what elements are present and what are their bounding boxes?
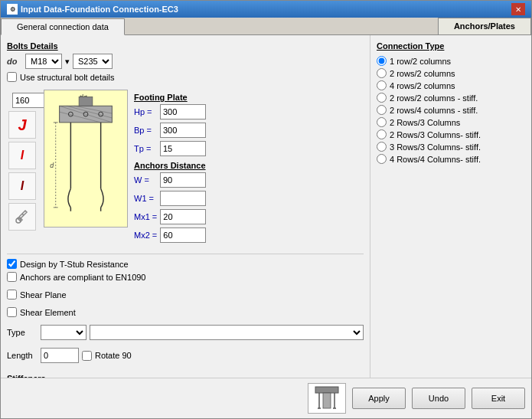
shear-element-checkbox[interactable] bbox=[7, 307, 17, 317]
tp-input[interactable] bbox=[160, 141, 206, 156]
mx2-label: Mx2 = bbox=[134, 231, 157, 240]
window-title: Input Data-Foundation Connection-EC3 bbox=[21, 5, 178, 14]
label-2rows-3col-stiff: 2 Rows/3 Columns- stiff. bbox=[390, 130, 481, 139]
mx2-input[interactable] bbox=[160, 228, 206, 243]
tab-anchors[interactable]: Anchors/Plates bbox=[438, 18, 531, 34]
bolts-title: Bolts Details bbox=[7, 41, 364, 51]
bp-input[interactable] bbox=[160, 123, 206, 138]
exit-button[interactable]: Exit bbox=[472, 388, 525, 409]
w1-input[interactable] bbox=[160, 191, 206, 206]
label-4row-2col: 4 rows/2 columns bbox=[390, 81, 455, 90]
hp-label: Hp = bbox=[134, 107, 157, 116]
length-input[interactable] bbox=[41, 348, 79, 363]
radio-2row-2col-stiff[interactable] bbox=[377, 93, 387, 103]
bp-label: Bp = bbox=[134, 126, 157, 135]
w1-label: W1 = bbox=[134, 194, 157, 203]
shear-plane-checkbox[interactable] bbox=[7, 290, 17, 300]
close-button[interactable]: ✕ bbox=[511, 3, 525, 15]
radio-4rows-4col-stiff[interactable] bbox=[377, 154, 387, 164]
label-3rows-3col-stiff: 3 Rows/3 Columns- stiff. bbox=[390, 142, 481, 152]
tab-general[interactable]: General connection data bbox=[1, 18, 125, 35]
bottom-bar: Apply Undo Exit bbox=[1, 378, 531, 418]
bolt-wrench-icon[interactable] bbox=[8, 203, 36, 231]
left-panel: Bolts Details do M18M20M24 ▾ S235S275S35… bbox=[1, 35, 370, 378]
footing-section: Footing Plate Hp = Bp = Tp = Anchors Dis… bbox=[134, 93, 206, 246]
radio-row-7: 3 Rows/3 Columns- stiff. bbox=[377, 142, 525, 152]
footing-header: Footing Plate bbox=[134, 93, 206, 102]
radio-row-3: 2 rows/2 columns - stiff. bbox=[377, 93, 525, 103]
radio-row-8: 4 Rows/4 Columns- stiff. bbox=[377, 154, 525, 164]
shear-plane-row: Shear Plane bbox=[7, 290, 364, 300]
apply-button[interactable]: Apply bbox=[352, 388, 406, 409]
radio-2rows-3col-stiff[interactable] bbox=[377, 129, 387, 139]
anchors-en1090-label: Anchors are compliant to EN1090 bbox=[20, 273, 145, 282]
mx1-label: Mx1 = bbox=[134, 212, 157, 221]
undo-button[interactable]: Undo bbox=[412, 388, 465, 409]
do-label: do bbox=[7, 57, 22, 66]
bolt-size-select[interactable]: M18M20M24 bbox=[25, 54, 62, 69]
shear-element-label: Shear Element bbox=[20, 308, 76, 317]
length-row: Length Rotate 90 bbox=[7, 348, 364, 363]
label-2row-2col-stiff: 2 rows/2 columns - stiff. bbox=[390, 93, 478, 103]
svg-rect-21 bbox=[315, 387, 338, 393]
rotate90-checkbox[interactable] bbox=[82, 351, 92, 361]
radio-2row-2col[interactable] bbox=[377, 68, 387, 78]
title-bar: ⚙ Input Data-Foundation Connection-EC3 ✕ bbox=[1, 1, 531, 18]
bolt-icons-column: d J I I bbox=[7, 90, 38, 246]
bolt-i-dark-icon[interactable]: I bbox=[8, 172, 36, 200]
type-select-long[interactable] bbox=[90, 325, 364, 340]
radio-3rows-3col-stiff[interactable] bbox=[377, 142, 387, 152]
connection-type-options: 1 row/2 columns 2 rows/2 columns 4 rows/… bbox=[377, 56, 525, 164]
diagram-svg: do bbox=[44, 90, 127, 227]
main-window: ⚙ Input Data-Foundation Connection-EC3 ✕… bbox=[0, 0, 532, 419]
structural-bolt-checkbox[interactable] bbox=[7, 72, 17, 82]
radio-2rows-3col[interactable] bbox=[377, 117, 387, 127]
structural-bolt-label: Use structural bolt details bbox=[20, 73, 115, 82]
anchors-en1090-checkbox[interactable] bbox=[7, 272, 17, 282]
app-icon: ⚙ bbox=[7, 4, 18, 15]
bolts-section: Bolts Details do M18M20M24 ▾ S235S275S35… bbox=[7, 41, 364, 85]
svg-rect-22 bbox=[323, 393, 331, 408]
radio-4row-2col[interactable] bbox=[377, 80, 387, 90]
wrench-svg bbox=[13, 208, 31, 226]
radio-1row-2col[interactable] bbox=[377, 56, 387, 66]
label-4rows-4col-stiff: 4 Rows/4 Columns- stiff. bbox=[390, 155, 481, 164]
shear-plane-label: Shear Plane bbox=[20, 290, 67, 300]
design-tstub-checkbox[interactable] bbox=[7, 259, 17, 269]
type-row: Type bbox=[7, 325, 364, 340]
hp-input[interactable] bbox=[160, 104, 206, 119]
bolt-i-red-icon[interactable]: I bbox=[8, 142, 36, 169]
preview-icon bbox=[308, 383, 346, 414]
label-1row-2col: 1 row/2 columns bbox=[390, 57, 451, 66]
radio-row-1: 2 rows/2 columns bbox=[377, 68, 525, 78]
w-input[interactable] bbox=[160, 172, 206, 188]
radio-row-5: 2 Rows/3 Columns bbox=[377, 117, 525, 127]
radio-2row-4col-stiff[interactable] bbox=[377, 105, 387, 115]
tabs-row: General connection data Anchors/Plates bbox=[1, 18, 531, 35]
design-tstub-label: Design by T-Stub Resistance bbox=[20, 260, 129, 269]
content-area: Bolts Details do M18M20M24 ▾ S235S275S35… bbox=[1, 35, 531, 378]
label-2rows-3col: 2 Rows/3 Columns bbox=[390, 118, 460, 127]
right-panel: Connection Type 1 row/2 columns 2 rows/2… bbox=[370, 35, 531, 378]
length-label: Length bbox=[7, 351, 38, 360]
mx1-input[interactable] bbox=[160, 209, 206, 224]
main-diagram-area: d J I I bbox=[7, 90, 364, 246]
radio-row-4: 2 rows/4 columns - stiff. bbox=[377, 105, 525, 115]
rotate90-label: Rotate 90 bbox=[95, 351, 132, 360]
w-label: W = bbox=[134, 175, 157, 185]
shear-element-row: Shear Element bbox=[7, 307, 364, 317]
anchors-distance-header: Anchors Distance bbox=[134, 161, 206, 170]
tp-label: Tp = bbox=[134, 144, 157, 153]
d-label: d bbox=[1, 96, 9, 105]
bolt-j-icon[interactable]: J bbox=[8, 111, 36, 139]
connection-diagram: do bbox=[44, 90, 128, 228]
label-2row-4col-stiff: 2 rows/4 columns - stiff. bbox=[390, 106, 478, 115]
svg-text:d: d bbox=[50, 162, 54, 169]
bolt-grade-select[interactable]: S235S275S355 bbox=[73, 54, 113, 69]
radio-row-0: 1 row/2 columns bbox=[377, 56, 525, 66]
radio-row-6: 2 Rows/3 Columns- stiff. bbox=[377, 129, 525, 139]
radio-row-2: 4 rows/2 columns bbox=[377, 80, 525, 90]
type-select-short[interactable] bbox=[41, 325, 86, 340]
lower-section: Design by T-Stub Resistance Anchors are … bbox=[7, 254, 364, 285]
type-label: Type bbox=[7, 328, 38, 337]
